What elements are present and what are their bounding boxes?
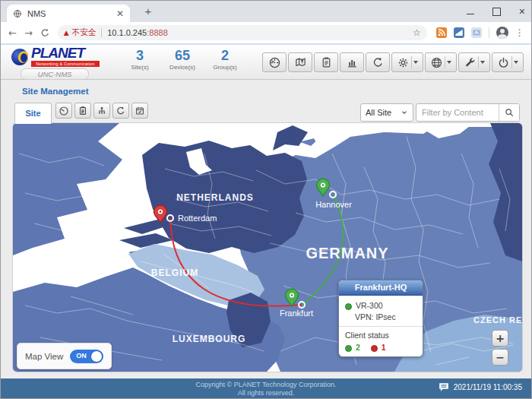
button-divider	[411, 56, 412, 68]
brand-name: PLANET	[31, 45, 84, 61]
wrench-icon	[464, 56, 477, 69]
search-icon	[504, 107, 515, 118]
reload-icon[interactable]	[40, 28, 50, 38]
minimize-icon[interactable]	[467, 14, 474, 14]
popup-divider	[339, 326, 423, 327]
stat-groups-value: 2	[206, 49, 244, 63]
refresh-icon	[372, 56, 385, 69]
summary-stats: 3 Site(s) 65 Device(s) 2 Group(s)	[121, 49, 244, 71]
rss-extension-icon[interactable]	[436, 27, 447, 38]
stat-sites-label: Site(s)	[121, 64, 159, 71]
search-input[interactable]	[416, 108, 499, 117]
site-map[interactable]: NETHERLANDS GERMANY BELGIUM LUXEMBOURG C…	[12, 122, 523, 372]
country-label-luxembourg: LUXEMBOURG	[173, 334, 246, 344]
dropdown-caret-icon	[447, 61, 451, 64]
clipboard-icon	[320, 56, 333, 69]
security-warning-text[interactable]: 不安全	[72, 27, 97, 38]
profile-avatar[interactable]	[496, 27, 508, 39]
search-button[interactable]	[499, 104, 519, 121]
maximize-icon[interactable]	[492, 8, 501, 16]
dashboard-view-button[interactable]	[55, 103, 72, 119]
button-divider	[445, 56, 445, 68]
app-header: PLANET Networking & Communication UNC-NM…	[1, 43, 531, 80]
button-divider	[511, 56, 512, 68]
settings-menu-button[interactable]	[391, 52, 423, 72]
back-icon[interactable]: ←	[8, 27, 17, 39]
new-tab-button[interactable]: +	[141, 5, 155, 19]
map-zoom-out-button[interactable]: −	[492, 349, 508, 366]
map-view-label: Map View	[25, 352, 63, 361]
screenshot-extension-icon[interactable]	[454, 27, 464, 38]
map-zoom-in-button[interactable]: +	[492, 330, 508, 347]
dropdown-caret-icon	[413, 61, 418, 64]
statistics-button[interactable]	[340, 52, 364, 72]
power-menu-button[interactable]	[492, 52, 524, 72]
list-view-button[interactable]	[74, 103, 91, 119]
topology-view-button[interactable]	[93, 103, 110, 119]
country-label-belgium: BELGIUM	[151, 268, 198, 278]
calendar-check-icon	[135, 106, 145, 116]
url-field[interactable]: ▲ 不安全 10.1.0.245 :8888 ☆	[58, 25, 427, 40]
popup-title[interactable]: Frankfurt-HQ	[339, 280, 423, 296]
clients-alert-dot	[371, 345, 378, 352]
globe-icon	[430, 56, 443, 69]
map-button[interactable]	[288, 52, 312, 72]
stat-groups[interactable]: 2 Group(s)	[206, 49, 244, 71]
toggle-knob	[91, 351, 102, 362]
browser-tab-strip: NMS ✕ + ×	[1, 1, 531, 22]
stat-groups-label: Group(s)	[206, 64, 244, 71]
close-icon[interactable]: ×	[519, 8, 525, 15]
clients-alert-count: 1	[382, 343, 386, 352]
report-button[interactable]	[314, 52, 338, 72]
bookmark-star-icon[interactable]: ☆	[413, 27, 421, 38]
stat-sites-value: 3	[121, 49, 159, 63]
maintenance-menu-button[interactable]	[458, 52, 490, 72]
dropdown-caret-icon	[514, 61, 518, 64]
toolbar-divider	[489, 27, 489, 38]
refresh-view-button[interactable]	[112, 103, 129, 119]
device-status-dot-ok	[345, 303, 352, 310]
message-icon[interactable]	[439, 382, 449, 392]
stat-sites[interactable]: 3 Site(s)	[121, 49, 159, 71]
map-view-toggle[interactable]: ON	[70, 350, 103, 363]
refresh-icon	[116, 106, 126, 116]
planet-logo: PLANET Networking & Communication UNC-NM…	[11, 46, 110, 80]
network-menu-button[interactable]	[425, 52, 457, 72]
url-port: :8888	[147, 28, 168, 37]
power-icon	[497, 56, 510, 69]
tab-close-icon[interactable]: ✕	[116, 8, 124, 19]
refresh-button[interactable]	[366, 52, 390, 72]
translate-extension-icon[interactable]	[471, 27, 482, 38]
tab-site[interactable]: Site	[14, 103, 52, 124]
client-status-label: Client status	[345, 331, 416, 340]
url-host: 10.1.0.245	[107, 28, 147, 37]
product-name: UNC-NMS	[21, 68, 89, 80]
site-filter-select[interactable]: All Site	[360, 103, 413, 122]
schedule-view-button[interactable]	[131, 103, 148, 119]
site-filter-value: All Site	[366, 108, 391, 117]
vpn-type: VPN: IPsec	[355, 312, 416, 321]
window-controls: ×	[467, 1, 525, 22]
brand-tagline: Networking & Communication	[31, 61, 100, 67]
city-label-hannover: Hannover	[315, 200, 352, 209]
app-footer: Copyright © PLANET Technology Corporatio…	[1, 378, 531, 399]
filter-controls: All Site	[360, 103, 520, 122]
dashboard-button[interactable]	[262, 52, 287, 72]
forward-icon[interactable]: →	[24, 27, 33, 39]
device-name[interactable]: VR-300	[356, 301, 383, 310]
extension-row: ⋮	[436, 27, 524, 39]
header-toolbar	[262, 52, 524, 72]
stat-devices[interactable]: 65 Device(s)	[163, 49, 201, 71]
browser-window: NMS ✕ + × ← → ▲ 不安全 10.1.0.245 :8888 ☆	[0, 0, 532, 399]
view-mode-toolbar	[55, 103, 148, 119]
dashboard-icon	[268, 56, 281, 69]
browser-menu-icon[interactable]: ⋮	[515, 27, 524, 38]
europe-map: NETHERLANDS GERMANY BELGIUM LUXEMBOURG C…	[13, 123, 522, 372]
stat-devices-value: 65	[163, 49, 201, 63]
tab-title: NMS	[27, 9, 116, 18]
browser-tab[interactable]: NMS ✕	[7, 5, 130, 22]
security-warning-icon: ▲	[64, 29, 69, 36]
city-label-frankfurt: Frankfurt	[280, 309, 313, 318]
search-box	[416, 103, 520, 122]
page-content: Site Managemet Site All Site	[1, 80, 531, 378]
